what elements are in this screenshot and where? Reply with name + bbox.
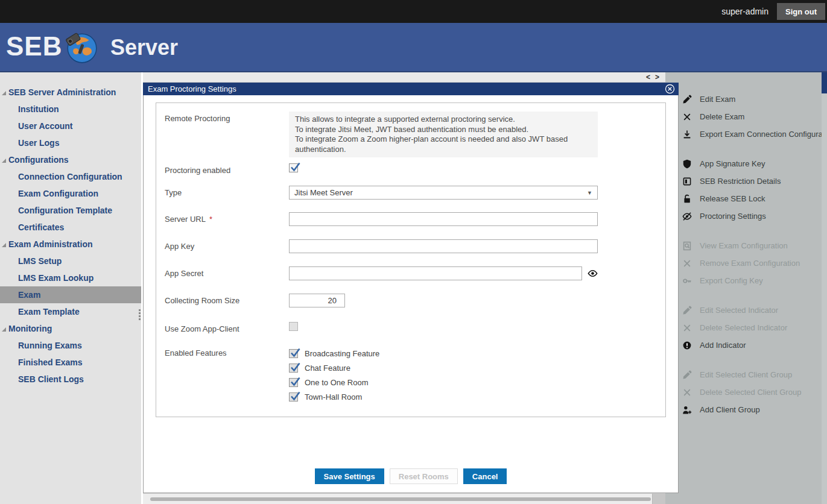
sidebar-item-exam[interactable]: Exam [0, 286, 141, 303]
action-add-indicator[interactable]: Add Indicator [682, 336, 822, 354]
left-navigation: SEB Server Administration Institution Us… [0, 72, 141, 504]
cancel-button[interactable]: Cancel [463, 468, 507, 484]
proctoring-form-panel: Remote Proctoring This allows to integra… [156, 102, 666, 417]
action-seb-restriction-details[interactable]: SEB Restriction Details [682, 172, 822, 190]
tab-strip: < > [143, 72, 665, 83]
horizontal-scrollbar-thumb[interactable] [150, 497, 651, 501]
sidebar-item-finished-exams[interactable]: Finished Exams [0, 354, 141, 371]
app-key-input[interactable] [289, 239, 598, 253]
remote-proctoring-row: Remote Proctoring This allows to integra… [165, 112, 665, 157]
use-zoom-app-client-label: Use Zoom App-Client [165, 322, 289, 333]
app-key-row: App Key [165, 239, 665, 253]
feature-chat: Chat Feature [289, 361, 598, 375]
enabled-features-label: Enabled Features [165, 346, 289, 404]
action-edit-exam[interactable]: Edit Exam [682, 90, 822, 108]
action-add-client-group[interactable]: Add Client Group [682, 401, 822, 418]
x-icon [682, 259, 692, 268]
seb-globe-logo-icon [64, 29, 99, 68]
note-icon [682, 177, 692, 186]
brand-server-label: Server [110, 35, 178, 60]
action-export-config-key: Export Config Key [682, 272, 822, 289]
collecting-room-size-input[interactable] [289, 294, 345, 307]
current-user-label: super-admin [721, 7, 768, 16]
sidebar-item-connection-configuration[interactable]: Connection Configuration [0, 168, 141, 185]
app-secret-label: App Secret [165, 266, 289, 280]
scrollbar-corner [652, 494, 665, 504]
remote-proctoring-label: Remote Proctoring [165, 112, 289, 157]
sidebar-item-running-exams[interactable]: Running Exams [0, 337, 141, 354]
proctoring-enabled-checkbox[interactable] [289, 163, 298, 172]
sign-out-button[interactable]: Sign out [777, 3, 825, 20]
sidebar-item-lms-setup[interactable]: LMS Setup [0, 253, 141, 269]
type-label: Type [165, 186, 289, 200]
server-url-input[interactable] [289, 212, 598, 226]
chevron-left-icon[interactable]: < [646, 73, 650, 81]
dialog-buttons: Save Settings Reset Rooms Cancel [144, 468, 678, 484]
use-zoom-app-client-row: Use Zoom App-Client [165, 322, 665, 333]
server-url-row: Server URL* [165, 212, 665, 226]
pencil-icon [682, 306, 692, 315]
main-region: SEB Server Administration Institution Us… [0, 72, 827, 504]
chevron-down-icon: ▼ [587, 190, 592, 196]
action-delete-exam[interactable]: Delete Exam [682, 108, 822, 125]
sidebar-item-exam-template[interactable]: Exam Template [0, 303, 141, 320]
expand-toggle-icon [2, 327, 6, 332]
chat-feature-checkbox[interactable] [289, 364, 298, 373]
right-edge-strip [822, 72, 827, 504]
close-icon[interactable] [665, 84, 675, 94]
sidebar-item-user-account[interactable]: User Account [0, 118, 141, 134]
feature-town-hall: Town-Hall Room [289, 389, 598, 404]
sidebar-item-seb-client-logs[interactable]: SEB Client Logs [0, 371, 141, 388]
feature-one-to-one: One to One Room [289, 375, 598, 389]
town-hall-room-checkbox[interactable] [289, 392, 298, 402]
action-edit-selected-indicator: Edit Selected Indicator [682, 301, 822, 319]
proctoring-enabled-row: Proctoring enabled [165, 163, 665, 175]
action-view-exam-configuration: View Exam Configuration [682, 237, 822, 254]
action-proctoring-settings[interactable]: Proctoring Settings [682, 207, 822, 225]
x-icon [682, 323, 692, 333]
sidebar-item-configuration-template[interactable]: Configuration Template [0, 202, 141, 219]
sidebar-item-lms-exam-lookup[interactable]: LMS Exam Lookup [0, 269, 141, 286]
x-icon [682, 388, 692, 397]
sidebar-resize-handle[interactable] [139, 309, 141, 320]
horizontal-scrollbar [143, 493, 665, 504]
remote-proctoring-info: This allows to integrate a supported ext… [289, 112, 598, 157]
right-edge-header-fragment [822, 72, 827, 93]
sidebar-item-exam-administration[interactable]: Exam Administration [0, 236, 141, 253]
sidebar-item-user-logs[interactable]: User Logs [0, 134, 141, 151]
sidebar-item-seb-server-administration[interactable]: SEB Server Administration [0, 84, 141, 101]
brand-header: SEB Server [0, 23, 827, 72]
type-select[interactable]: Jitsi Meet Server ▼ [289, 186, 598, 200]
sidebar-item-monitoring[interactable]: Monitoring [0, 320, 141, 337]
app-secret-input[interactable] [289, 266, 582, 280]
server-url-label: Server URL* [165, 212, 289, 226]
pencil-icon [682, 370, 692, 380]
reset-rooms-button: Reset Rooms [390, 468, 458, 484]
sidebar-item-configurations[interactable]: Configurations [0, 151, 141, 168]
lock-open-icon [682, 194, 692, 204]
one-to-one-room-checkbox[interactable] [289, 378, 298, 387]
app-secret-row: App Secret [165, 266, 665, 280]
collecting-room-size-label: Collecting Room Size [165, 294, 289, 307]
shield-icon [682, 159, 692, 169]
pencil-icon [682, 95, 692, 104]
expand-toggle-icon [2, 243, 6, 247]
required-asterisk: * [209, 215, 212, 224]
save-settings-button[interactable]: Save Settings [315, 468, 384, 484]
expand-toggle-icon [2, 91, 6, 95]
expand-toggle-icon [2, 159, 6, 163]
sidebar-item-exam-configuration[interactable]: Exam Configuration [0, 185, 141, 202]
sidebar-item-certificates[interactable]: Certificates [0, 219, 141, 236]
x-icon [682, 112, 692, 122]
top-bar: super-admin Sign out [0, 0, 827, 23]
download-icon [682, 130, 692, 139]
chevron-right-icon[interactable]: > [655, 73, 659, 81]
action-release-seb-lock[interactable]: Release SEB Lock [682, 190, 822, 207]
action-export-exam-connection-configuration[interactable]: Export Exam Connection Configuration [682, 125, 822, 143]
action-app-signature-key[interactable]: App Signature Key [682, 155, 822, 172]
eye-icon[interactable] [588, 268, 598, 279]
person-plus-icon [682, 405, 692, 415]
type-row: Type Jitsi Meet Server ▼ [165, 186, 665, 200]
broadcasting-feature-checkbox[interactable] [289, 349, 298, 358]
sidebar-item-institution[interactable]: Institution [0, 101, 141, 118]
